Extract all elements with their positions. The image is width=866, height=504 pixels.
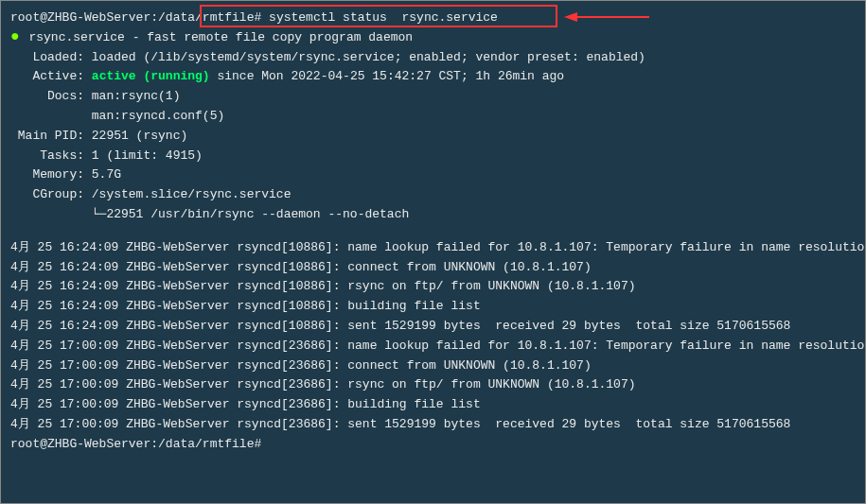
loaded-line: Loaded: loaded (/lib/systemd/system/rsyn… [10,48,856,68]
prompt-path: :/data/rmtfile# [150,10,261,25]
mainpid-line: Main PID: 22951 (rsync) [10,127,856,147]
prompt-user-host: root@ZHBG-WebServer [10,10,150,25]
active-label: Active: [10,69,92,83]
log-line: 4月 25 17:00:09 ZHBG-WebServer rsyncd[236… [10,356,856,376]
cgroup-child-line: └─22951 /usr/bin/rsync --daemon --no-det… [10,205,856,225]
memory-line: Memory: 5.7G [10,165,856,185]
status-dot-icon: ● [10,29,20,44]
cgroup-line: CGroup: /system.slice/rsync.service [10,185,856,205]
tasks-line: Tasks: 1 (limit: 4915) [10,147,856,166]
docs-line-1: Docs: man:rsync(1) [10,87,856,107]
docs-line-2: man:rsyncd.conf(5) [10,107,856,127]
active-since: since Mon 2022-04-25 15:42:27 CST; 1h 26… [210,69,564,83]
typed-command: systemctl status rsync.service [269,10,498,25]
log-line: 4月 25 16:24:09 ZHBG-WebServer rsyncd[108… [10,238,856,258]
service-title: rsync.service - fast remote file copy pr… [28,30,413,44]
log-line: 4月 25 17:00:09 ZHBG-WebServer rsyncd[236… [10,415,856,435]
prompt-line-2[interactable]: root@ZHBG-WebServer:/data/rmtfile# [10,435,856,455]
log-line: 4月 25 17:00:09 ZHBG-WebServer rsyncd[236… [10,375,856,395]
log-line: 4月 25 17:00:09 ZHBG-WebServer rsyncd[236… [10,337,856,356]
log-line: 4月 25 16:24:09 ZHBG-WebServer rsyncd[108… [10,258,856,278]
terminal-output: root@ZHBG-WebServer:/data/rmtfile# syste… [10,9,856,455]
service-header: ● rsync.service - fast remote file copy … [10,28,856,48]
log-line: 4月 25 16:24:09 ZHBG-WebServer rsyncd[108… [10,317,856,337]
log-block: 4月 25 16:24:09 ZHBG-WebServer rsyncd[108… [10,238,856,435]
log-line: 4月 25 16:24:09 ZHBG-WebServer rsyncd[108… [10,277,856,297]
log-line: 4月 25 17:00:09 ZHBG-WebServer rsyncd[236… [10,395,856,415]
active-line: Active: active (running) since Mon 2022-… [10,67,856,87]
prompt-line[interactable]: root@ZHBG-WebServer:/data/rmtfile# syste… [10,9,856,28]
active-status: active (running) [92,69,210,83]
log-line: 4月 25 16:24:09 ZHBG-WebServer rsyncd[108… [10,297,856,317]
